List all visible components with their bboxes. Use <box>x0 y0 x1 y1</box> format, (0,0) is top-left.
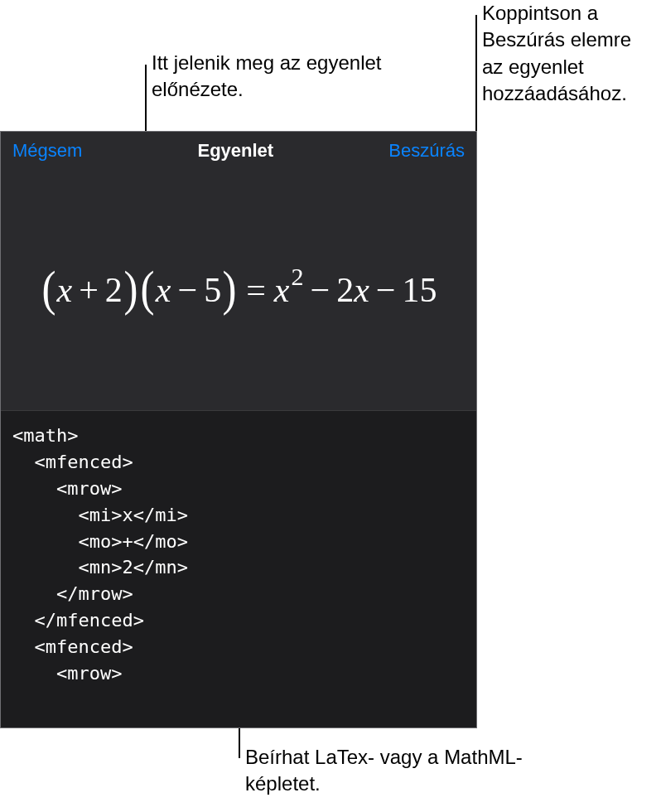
equation-var: x <box>156 270 171 310</box>
callout-insert: Koppintson a Beszúrás elemre az egyenlet… <box>482 0 656 108</box>
left-paren-icon: ( <box>41 268 55 308</box>
equation-op: − <box>177 270 197 310</box>
navbar-title: Egyenlet <box>197 140 273 162</box>
callout-line <box>475 15 477 133</box>
equation-op: − <box>376 270 396 310</box>
equation-op: − <box>310 270 330 310</box>
equation-var: x <box>56 270 72 310</box>
rendered-equation: ( x + 2 ) ( x − 5 ) = x 2 − 2 x − 15 <box>41 270 437 310</box>
equation-var: x <box>274 270 290 310</box>
mathml-input[interactable]: <math> <mfenced> <mrow> <mi>x</mi> <mo>+… <box>1 410 476 727</box>
equation-exp: 2 <box>291 263 303 291</box>
callout-code: Beírhat LaTex- vagy a MathML-képletet. <box>245 744 543 798</box>
cancel-button[interactable]: Mégsem <box>12 140 82 162</box>
callout-preview: Itt jelenik meg az egyenlet előnézete. <box>152 50 400 104</box>
right-paren-icon: ) <box>123 268 138 308</box>
equation-editor-panel: Mégsem Egyenlet Beszúrás ( x + 2 ) ( x −… <box>0 131 477 728</box>
left-paren-icon: ( <box>140 268 154 308</box>
navbar: Mégsem Egyenlet Beszúrás <box>1 132 476 170</box>
equation-var: x <box>354 270 369 310</box>
equation-num: 5 <box>204 270 221 310</box>
equation-preview: ( x + 2 ) ( x − 5 ) = x 2 − 2 x − 15 <box>1 170 476 410</box>
equation-op: + <box>79 270 99 310</box>
equation-num: 2 <box>336 270 354 310</box>
equation-num: 2 <box>105 270 123 310</box>
equation-num: 15 <box>403 270 437 310</box>
insert-button[interactable]: Beszúrás <box>388 140 465 162</box>
equation-eq: = <box>246 270 266 310</box>
right-paren-icon: ) <box>223 268 237 308</box>
